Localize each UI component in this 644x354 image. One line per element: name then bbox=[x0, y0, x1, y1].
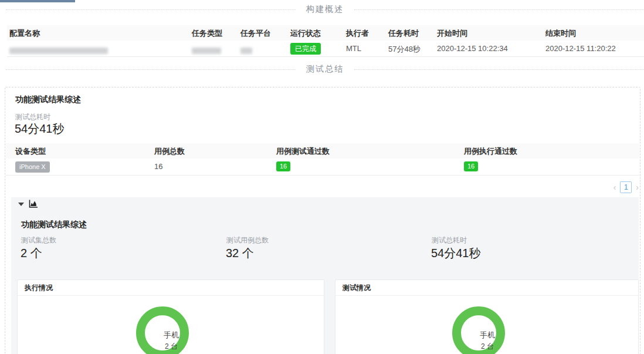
col-end-time: 结束时间 bbox=[545, 28, 576, 39]
col-task-type: 任务类型 bbox=[192, 28, 222, 39]
build-table-row: 已完成 MTL 57分48秒 2020-12-15 10:22:34 2020-… bbox=[7, 41, 644, 57]
start-time-value: 2020-12-15 10:22:34 bbox=[437, 44, 508, 53]
col-task-platform: 任务平台 bbox=[240, 28, 271, 39]
redacted-config-name bbox=[9, 46, 108, 55]
divider-build-overview: 构建概述 bbox=[6, 4, 644, 15]
col-case-total: 用例总数 bbox=[154, 146, 185, 157]
col-case-test-passed: 用例测试通过数 bbox=[276, 146, 330, 157]
area-chart-icon bbox=[29, 200, 38, 211]
chart-card-testing-title: 测试情况 bbox=[335, 280, 638, 296]
duration-value: 57分48秒 bbox=[388, 44, 421, 55]
divider-line bbox=[354, 69, 644, 70]
test-summary-panel: 功能测试结果综述 测试总耗时 54分41秒 设备类型 用例总数 用例测试通过数 … bbox=[5, 87, 640, 354]
summary-card-title: 功能测试结果综述 bbox=[15, 95, 81, 105]
device-type-badge: iPhone X bbox=[15, 161, 50, 173]
divider-line bbox=[354, 9, 644, 10]
executor-value: MTL bbox=[346, 44, 361, 53]
detail-section: 功能测试结果综述 测试集总数 2 个 测试用例总数 32 个 测试总耗时 54分… bbox=[11, 197, 639, 354]
pagination-prev-icon[interactable]: ‹ bbox=[614, 181, 616, 193]
detail-section-title: 功能测试结果综述 bbox=[21, 220, 87, 230]
chart-card-execution: 执行情况 手机 2 台 bbox=[17, 279, 324, 354]
col-executor: 执行者 bbox=[346, 28, 369, 39]
stat-value-test-sets: 2 个 bbox=[21, 245, 42, 261]
col-config-name: 配置名称 bbox=[9, 28, 40, 39]
divider-test-summary: 测试总结 bbox=[6, 64, 644, 75]
chart-card-execution-title: 执行情况 bbox=[18, 280, 324, 296]
chart-card-testing: 测试情况 手机 2 台 bbox=[335, 279, 639, 354]
total-time-value: 54分41秒 bbox=[15, 121, 65, 137]
case-total-value: 16 bbox=[154, 162, 162, 171]
col-case-exec-passed: 用例执行通过数 bbox=[464, 146, 517, 157]
case-exec-passed-badge: 16 bbox=[464, 161, 478, 171]
donut-center-label: 手机 bbox=[136, 330, 206, 340]
top-accent-bar bbox=[0, 0, 75, 2]
col-duration: 任务耗时 bbox=[388, 28, 419, 39]
pagination-next-icon[interactable]: › bbox=[636, 181, 639, 193]
redacted-task-platform bbox=[240, 46, 252, 55]
stat-value-total-time: 54分41秒 bbox=[431, 245, 481, 261]
device-table-row: iPhone X 16 16 16 bbox=[6, 159, 639, 176]
divider-title: 构建概述 bbox=[296, 4, 354, 15]
stat-label-test-sets: 测试集总数 bbox=[21, 235, 56, 245]
redacted-task-type bbox=[192, 46, 221, 55]
divider-line bbox=[6, 69, 296, 70]
stat-label-total-time: 测试总耗时 bbox=[432, 235, 467, 245]
stat-label-test-cases: 测试用例总数 bbox=[226, 235, 269, 245]
pagination-page-1[interactable]: 1 bbox=[620, 181, 632, 193]
donut-center-count: 2 台 bbox=[452, 342, 523, 352]
build-table-header: 配置名称 任务类型 任务平台 运行状态 执行者 任务耗时 开始时间 结束时间 bbox=[7, 25, 644, 41]
end-time-value: 2020-12-15 11:20:22 bbox=[545, 44, 616, 53]
case-test-passed-badge: 16 bbox=[276, 161, 290, 171]
pagination: ‹ 1 › bbox=[614, 181, 639, 193]
collapse-caret-icon[interactable] bbox=[18, 203, 24, 206]
device-table-header: 设备类型 用例总数 用例测试通过数 用例执行通过数 bbox=[6, 143, 639, 159]
divider-title: 测试总结 bbox=[296, 64, 354, 75]
stat-value-test-cases: 32 个 bbox=[226, 245, 254, 261]
donut-center-label: 手机 bbox=[452, 330, 523, 340]
col-device-type: 设备类型 bbox=[15, 146, 46, 157]
divider-line bbox=[6, 9, 296, 10]
col-run-status: 运行状态 bbox=[290, 28, 321, 39]
donut-center-count: 2 台 bbox=[136, 342, 206, 352]
run-status-badge: 已完成 bbox=[290, 43, 321, 55]
col-start-time: 开始时间 bbox=[437, 28, 467, 39]
